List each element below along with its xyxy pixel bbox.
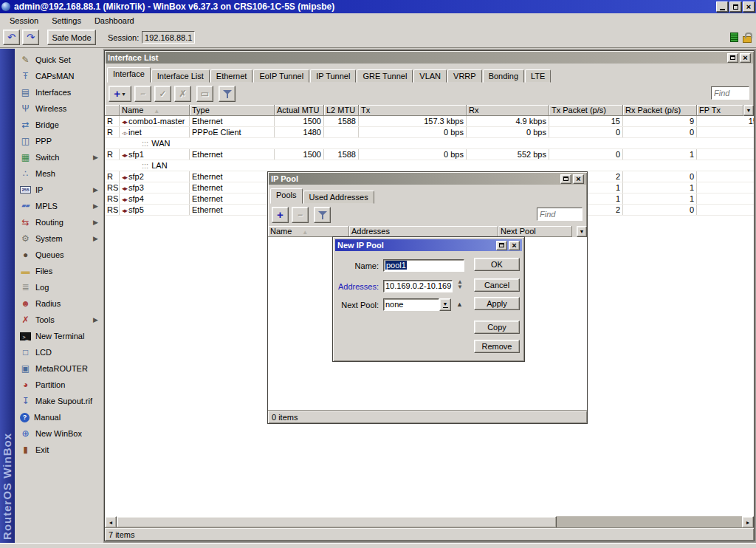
sidebar-item-lcd[interactable]: □LCD: [15, 344, 103, 360]
sidebar-item-mpls[interactable]: ▰▰MPLS▶: [15, 198, 103, 214]
scrollbar-track[interactable]: [557, 516, 742, 528]
sidebar-item-log[interactable]: ≣Log: [15, 279, 103, 295]
sidebar-item-routing[interactable]: ⇆Routing▶: [15, 214, 103, 230]
sidebar-item-make-supout[interactable]: ↧Make Supout.rif: [15, 393, 103, 409]
undo-button[interactable]: ↶: [3, 30, 20, 45]
sidebar-item-metarouter[interactable]: ▣MetaROUTER: [15, 360, 103, 377]
collapse-up-icon[interactable]: ▲: [456, 301, 463, 308]
sidebar-item-manual[interactable]: ?Manual: [15, 409, 103, 425]
close-button[interactable]: ×: [743, 1, 755, 12]
close-button[interactable]: ×: [740, 53, 751, 63]
column-rx-packet[interactable]: Rx Packet (p/s): [623, 105, 697, 116]
interface-list-titlebar[interactable]: Interface List ×: [106, 52, 753, 64]
tab-pools[interactable]: Pools: [270, 188, 303, 204]
disable-button[interactable]: ✗: [174, 86, 191, 102]
remove-button[interactable]: Remove: [474, 340, 520, 353]
restore-button[interactable]: [496, 241, 507, 250]
tab-bonding[interactable]: Bonding: [483, 69, 524, 83]
sidebar-item-quick-set[interactable]: ✎Quick Set: [15, 52, 103, 68]
remove-button[interactable]: −: [292, 207, 309, 223]
column-flags[interactable]: [105, 105, 120, 116]
tab-used-addresses[interactable]: Used Addresses: [303, 191, 374, 204]
enable-button[interactable]: ✓: [154, 86, 171, 102]
comment-row-wan[interactable]: :::WAN: [105, 138, 754, 149]
column-tx[interactable]: Tx: [359, 105, 467, 116]
close-button[interactable]: ×: [509, 241, 520, 250]
sidebar-item-wireless[interactable]: ΨWireless: [15, 100, 103, 117]
sidebar-item-radius[interactable]: ☻Radius: [15, 295, 103, 312]
column-name[interactable]: Name▲: [268, 226, 349, 237]
tab-ethernet[interactable]: Ethernet: [210, 69, 253, 83]
column-next-pool[interactable]: Next Pool: [498, 226, 572, 237]
find-input[interactable]: [537, 208, 583, 221]
column-actual-mtu[interactable]: Actual MTU: [275, 105, 324, 116]
column-rx[interactable]: Rx: [467, 105, 549, 116]
sidebar-item-new-winbox[interactable]: ⊕New WinBox: [15, 425, 103, 442]
table-row-combo1-master[interactable]: R ◂▸combo1-master Ethernet 1500 1588 157…: [105, 116, 754, 127]
restore-button[interactable]: [727, 53, 738, 63]
copy-button[interactable]: Copy: [474, 321, 520, 334]
restore-button[interactable]: [560, 174, 571, 184]
remove-button[interactable]: −: [134, 86, 151, 102]
column-fp-tx[interactable]: FP Tx: [697, 105, 743, 116]
sidebar-item-system[interactable]: ⚙System▶: [15, 230, 103, 247]
ok-button[interactable]: OK: [474, 258, 520, 271]
sidebar-item-partition[interactable]: ◕Partition: [15, 377, 103, 393]
column-select-button[interactable]: ▼: [577, 226, 587, 237]
column-addresses[interactable]: Addresses: [349, 226, 498, 237]
menu-session[interactable]: Session: [3, 15, 45, 27]
cancel-button[interactable]: Cancel: [474, 278, 520, 292]
scrollbar-thumb[interactable]: [117, 516, 557, 528]
tab-vrrp[interactable]: VRRP: [447, 69, 482, 83]
next-pool-dropdown-button[interactable]: ▼: [439, 298, 451, 311]
apply-button[interactable]: Apply: [474, 297, 520, 310]
tab-gre-tunnel[interactable]: GRE Tunnel: [357, 69, 413, 83]
find-input[interactable]: [711, 86, 749, 100]
comment-button[interactable]: ▭: [196, 86, 213, 102]
tab-eoip-tunnel[interactable]: EoIP Tunnel: [253, 69, 309, 83]
tab-interface-list[interactable]: Interface List: [151, 69, 210, 83]
new-ip-pool-titlebar[interactable]: New IP Pool ×: [335, 239, 522, 251]
add-button[interactable]: +: [272, 207, 289, 223]
tab-lte[interactable]: LTE: [525, 69, 551, 83]
column-type[interactable]: Type: [190, 105, 275, 116]
next-pool-field[interactable]: none: [383, 298, 439, 311]
addresses-field[interactable]: 10.169.0.2-10.169: [383, 280, 453, 292]
menu-settings[interactable]: Settings: [45, 15, 88, 27]
column-name[interactable]: Name▲: [120, 105, 190, 116]
add-button[interactable]: +▼: [109, 86, 131, 102]
name-field[interactable]: pool1: [383, 259, 464, 272]
tab-interface[interactable]: Interface: [107, 67, 151, 83]
sidebar-item-switch[interactable]: ▦Switch▶: [15, 149, 103, 165]
session-field[interactable]: 192.168.88.1: [142, 31, 195, 44]
sidebar-item-bridge[interactable]: ⇄Bridge: [15, 117, 103, 133]
comment-row-lan[interactable]: :::LAN: [105, 160, 754, 171]
table-row-inet[interactable]: R ◃▹inet PPPoE Client 1480 0 bps 0 bps 0…: [105, 127, 754, 138]
sidebar-item-files[interactable]: ▬Files: [15, 263, 103, 279]
range-spinner[interactable]: ▲▼: [456, 279, 464, 290]
sidebar-item-mesh[interactable]: ∴Mesh: [15, 165, 103, 182]
safe-mode-button[interactable]: Safe Mode: [47, 30, 96, 45]
scroll-left-button[interactable]: ◂: [105, 516, 117, 528]
tab-ip-tunnel[interactable]: IP Tunnel: [310, 69, 356, 83]
sidebar-item-new-terminal[interactable]: >_New Terminal: [15, 328, 103, 344]
sidebar-item-tools[interactable]: ✗Tools▶: [15, 312, 103, 328]
sidebar-item-interfaces[interactable]: ▤Interfaces: [15, 84, 103, 100]
table-row-sfp1[interactable]: R ◂▸sfp1 Ethernet 1500 1588 0 bps 552 bp…: [105, 149, 754, 160]
sidebar-item-exit[interactable]: ▮Exit: [15, 442, 103, 458]
horizontal-scrollbar[interactable]: ◂ ▸: [105, 516, 754, 528]
tab-vlan[interactable]: VLAN: [413, 69, 447, 83]
filter-button[interactable]: [219, 86, 236, 102]
close-button[interactable]: ×: [573, 174, 584, 184]
sidebar-item-ip[interactable]: 255IP▶: [15, 182, 103, 198]
scroll-right-button[interactable]: ▸: [742, 516, 754, 528]
restore-button[interactable]: [729, 1, 741, 12]
column-tx-packet[interactable]: Tx Packet (p/s): [549, 105, 623, 116]
sidebar-item-queues[interactable]: ●Queues: [15, 247, 103, 263]
ip-pool-titlebar[interactable]: IP Pool ×: [269, 173, 586, 185]
filter-button[interactable]: [314, 207, 331, 223]
menu-dashboard[interactable]: Dashboard: [88, 15, 141, 27]
column-select-button[interactable]: ▼: [743, 105, 754, 116]
sidebar-item-capsman[interactable]: ŦCAPsMAN: [15, 68, 103, 84]
column-l2-mtu[interactable]: L2 MTU: [324, 105, 359, 116]
